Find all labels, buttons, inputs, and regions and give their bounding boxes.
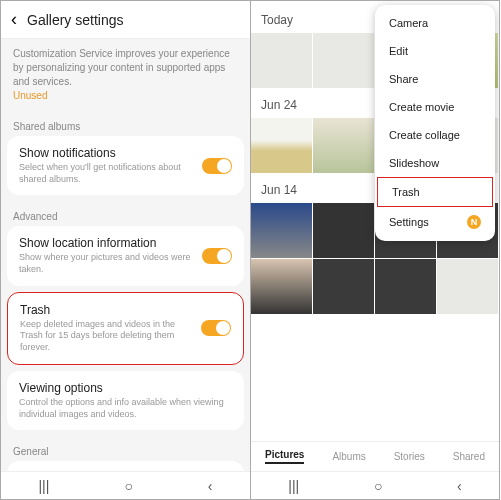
recent-icon[interactable]: ||| — [38, 478, 49, 494]
section-advanced: Advanced — [1, 201, 250, 226]
show-notifications-row[interactable]: Show notifications Select when you'll ge… — [7, 136, 244, 195]
thumbnail[interactable] — [313, 203, 374, 258]
settings-screen: ‹ Gallery settings Customization Service… — [0, 0, 250, 500]
home-icon[interactable]: ○ — [374, 478, 382, 494]
recent-icon[interactable]: ||| — [288, 478, 299, 494]
thumbnail[interactable] — [313, 118, 374, 173]
tab-stories[interactable]: Stories — [394, 451, 425, 462]
menu-settings[interactable]: Settings N — [375, 207, 495, 237]
thumbnail[interactable] — [251, 33, 312, 88]
header: ‹ Gallery settings — [1, 1, 250, 39]
page-title: Gallery settings — [27, 12, 123, 28]
tab-pictures[interactable]: Pictures — [265, 449, 304, 464]
thumbnail[interactable] — [437, 259, 498, 314]
menu-edit[interactable]: Edit — [375, 37, 495, 65]
gallery-tabs: Pictures Albums Stories Shared — [251, 441, 499, 471]
trash-row[interactable]: Trash Keep deleted images and videos in … — [7, 292, 244, 365]
menu-share[interactable]: Share — [375, 65, 495, 93]
android-navbar: ||| ○ ‹ — [1, 471, 250, 499]
thumbnail[interactable] — [313, 33, 374, 88]
show-location-row[interactable]: Show location information Show where you… — [7, 226, 244, 285]
menu-trash[interactable]: Trash — [377, 177, 493, 207]
thumbnail[interactable] — [313, 259, 374, 314]
section-general: General — [1, 436, 250, 461]
tab-shared[interactable]: Shared — [453, 451, 485, 462]
back-icon[interactable]: ‹ — [11, 9, 17, 30]
menu-camera[interactable]: Camera — [375, 9, 495, 37]
notifications-toggle[interactable] — [202, 158, 232, 174]
menu-create-collage[interactable]: Create collage — [375, 121, 495, 149]
viewing-options-row[interactable]: Viewing options Control the options and … — [7, 371, 244, 430]
unused-link[interactable]: Unused — [13, 90, 47, 101]
android-navbar: ||| ○ ‹ — [251, 471, 499, 499]
back-nav-icon[interactable]: ‹ — [208, 478, 213, 494]
trash-toggle[interactable] — [201, 320, 231, 336]
new-badge: N — [467, 215, 481, 229]
home-icon[interactable]: ○ — [124, 478, 132, 494]
customization-note: Customization Service improves your expe… — [1, 39, 250, 111]
thumbnail[interactable] — [251, 203, 312, 258]
thumbnail[interactable] — [251, 259, 312, 314]
thumbnail[interactable] — [251, 118, 312, 173]
location-toggle[interactable] — [202, 248, 232, 264]
back-nav-icon[interactable]: ‹ — [457, 478, 462, 494]
menu-slideshow[interactable]: Slideshow — [375, 149, 495, 177]
gallery-screen: Today Jun 24 Jun 14 — [250, 0, 500, 500]
section-shared: Shared albums — [1, 111, 250, 136]
thumbnail[interactable] — [375, 259, 436, 314]
menu-create-movie[interactable]: Create movie — [375, 93, 495, 121]
tab-albums[interactable]: Albums — [332, 451, 365, 462]
overflow-menu: Camera Edit Share Create movie Create co… — [375, 5, 495, 241]
